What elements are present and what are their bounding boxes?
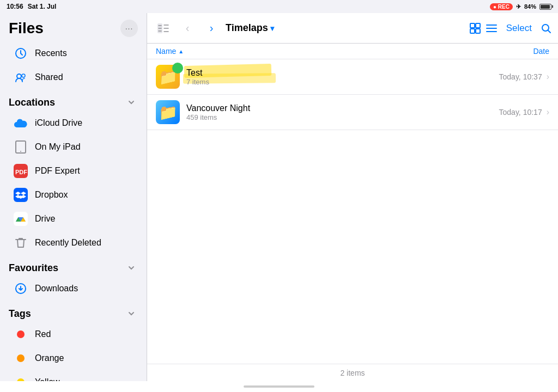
column-headers: Name ▲ Date	[147, 44, 558, 59]
sidebar-title: Files	[9, 20, 44, 37]
status-recording: ● REC	[490, 3, 513, 10]
toolbar-title-button[interactable]: Timelaps ▾	[226, 22, 465, 34]
svg-rect-7	[14, 188, 28, 202]
svg-rect-11	[470, 23, 475, 28]
toolbar: ‹ › Timelaps ▾	[147, 13, 558, 44]
drive-icon	[13, 211, 28, 226]
status-time: 10:56	[7, 3, 23, 10]
svg-point-4	[20, 151, 21, 152]
sidebar-item-downloads[interactable]: Downloads	[4, 277, 142, 301]
date-column-header[interactable]: Date	[533, 47, 549, 56]
more-icon: ···	[125, 24, 134, 33]
svg-rect-12	[476, 23, 480, 28]
name-column-header[interactable]: Name ▲	[156, 47, 184, 56]
bottom-status: 2 items	[147, 364, 558, 381]
sidebar-item-dropbox[interactable]: Dropbox	[4, 183, 142, 207]
vancouver-folder-count: 459 items	[186, 113, 499, 121]
locations-collapse-button[interactable]	[125, 96, 138, 109]
downloads-label: Downloads	[35, 284, 78, 293]
toolbar-actions: Select	[469, 21, 551, 36]
battery-icon	[539, 4, 551, 10]
back-icon: ‹	[186, 22, 190, 34]
test-folder-chevron: ›	[547, 72, 549, 82]
tags-collapse-button[interactable]	[125, 307, 138, 320]
svg-point-1	[17, 74, 21, 78]
yellow-tag-label: Yellow	[35, 377, 60, 381]
item-count-label: 2 items	[340, 369, 365, 377]
orange-tag-label: Orange	[35, 353, 64, 363]
dropdown-icon: ▾	[270, 24, 274, 33]
status-signal: ✈	[516, 3, 521, 10]
view-icon-button[interactable]	[469, 22, 481, 34]
search-button[interactable]	[541, 23, 551, 34]
svg-rect-14	[476, 29, 480, 33]
pdf-label: PDF Expert	[35, 166, 80, 176]
select-button[interactable]: Select	[502, 21, 536, 36]
sidebar: Files ··· Recents	[0, 13, 147, 381]
forward-button[interactable]: ›	[202, 19, 221, 38]
vancouver-folder-chevron: ›	[547, 107, 549, 117]
sidebar-more-button[interactable]: ···	[120, 20, 138, 37]
current-folder-name: Timelaps	[226, 22, 268, 34]
sidebar-item-shared[interactable]: Shared	[4, 65, 142, 89]
folder-shape: 📁	[159, 103, 178, 121]
list-view-button[interactable]	[486, 23, 498, 33]
sidebar-item-pdf[interactable]: PDF PDF Expert	[4, 159, 142, 183]
test-folder-date: Today, 10:37	[499, 72, 542, 81]
icloud-icon	[13, 115, 28, 131]
tags-section-header: Tags	[0, 301, 147, 322]
sidebar-item-recently-deleted[interactable]: Recently Deleted	[4, 231, 142, 255]
recents-label: Recents	[35, 48, 67, 58]
home-bar	[0, 381, 558, 392]
test-folder-count: 7 items	[186, 78, 499, 86]
red-tag-label: Red	[35, 329, 51, 339]
status-date: Sat 1. Jul	[28, 3, 57, 10]
forward-icon: ›	[210, 22, 214, 34]
home-indicator[interactable]	[244, 385, 314, 388]
yellow-tag-icon	[13, 375, 28, 381]
vancouver-folder-name: Vancouver Night	[186, 103, 499, 113]
file-item-test[interactable]: 📁 Test 7 items Today, 10:37 ›	[147, 59, 558, 95]
shared-icon	[13, 70, 28, 85]
dropbox-icon	[13, 187, 28, 203]
sidebar-toggle-button[interactable]	[154, 19, 173, 38]
tags-label: Tags	[9, 308, 31, 320]
sidebar-item-ipad[interactable]: On My iPad	[4, 135, 142, 159]
recently-deleted-label: Recently Deleted	[35, 238, 101, 248]
favourites-collapse-button[interactable]	[125, 261, 138, 274]
status-bar: 10:56 Sat 1. Jul ● REC ✈ 84%	[0, 0, 558, 13]
svg-text:PDF: PDF	[15, 169, 27, 175]
dropbox-label: Dropbox	[35, 190, 68, 200]
vancouver-folder-date: Today, 10:17	[499, 108, 542, 117]
sidebar-item-tag-red[interactable]: Red	[4, 322, 142, 346]
vancouver-folder-icon: 📁	[156, 100, 180, 124]
file-item-vancouver-night[interactable]: 📁 Vancouver Night 459 items Today, 10:17…	[147, 95, 558, 130]
svg-point-2	[22, 74, 25, 77]
test-folder-icon: 📁	[156, 65, 180, 89]
icloud-label: iCloud Drive	[35, 118, 82, 128]
svg-rect-13	[470, 29, 475, 33]
back-button[interactable]: ‹	[178, 19, 197, 38]
content-area: ‹ › Timelaps ▾	[147, 13, 558, 381]
locations-section-header: Locations	[0, 89, 147, 111]
sidebar-header: Files ···	[0, 13, 147, 41]
sidebar-item-tag-orange[interactable]: Orange	[4, 346, 142, 370]
ipad-label: On My iPad	[35, 142, 81, 152]
favourites-label: Favourites	[9, 262, 58, 274]
locations-label: Locations	[9, 97, 55, 108]
sort-up-icon: ▲	[178, 48, 184, 54]
sidebar-item-tag-yellow[interactable]: Yellow	[4, 370, 142, 381]
pdf-icon: PDF	[13, 163, 28, 179]
svg-point-15	[542, 24, 549, 31]
red-tag-icon	[13, 327, 28, 342]
downloads-icon	[13, 281, 28, 296]
sidebar-item-drive[interactable]: Drive	[4, 207, 142, 231]
shared-label: Shared	[35, 72, 63, 82]
sync-dot	[172, 63, 183, 74]
ipad-icon	[13, 139, 28, 155]
test-folder-name: Test	[186, 68, 499, 78]
sidebar-item-icloud[interactable]: iCloud Drive	[4, 111, 142, 135]
status-battery-pct: 84%	[524, 3, 536, 10]
sidebar-item-recents[interactable]: Recents	[4, 41, 142, 65]
favourites-section-header: Favourites	[0, 255, 147, 277]
